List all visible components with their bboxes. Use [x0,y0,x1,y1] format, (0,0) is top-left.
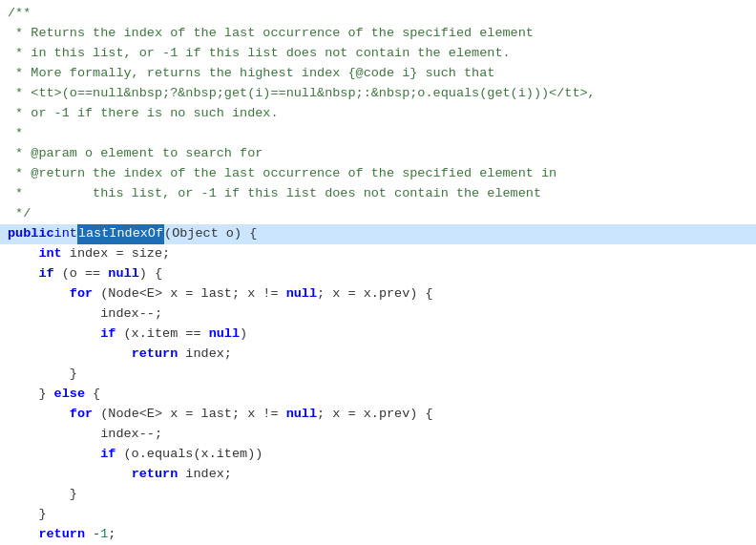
code-container: /** * Returns the index of the last occu… [0,0,756,545]
code-line: index--; [0,425,756,445]
code-line: */ [0,204,756,224]
code-line: } [0,485,756,505]
code-line: public int lastIndexOf(Object o) { [0,224,756,244]
code-line: return -1; [0,525,756,545]
code-line: } [0,365,756,385]
code-line: } else { [0,385,756,405]
code-line: * this list, or -1 if this list does not… [0,184,756,204]
code-line: if (x.item == null) [0,325,756,345]
code-line: for (Node<E> x = last; x != null; x = x.… [0,405,756,425]
code-line: index--; [0,304,756,325]
code-line: * in this list, or -1 if this list does … [0,44,756,64]
code-line: * or -1 if there is no such index. [0,104,756,124]
code-line: * More formally, returns the highest ind… [0,64,756,84]
code-line: * <tt>(o==null&nbsp;?&nbsp;get(i)==null&… [0,84,756,104]
code-line: * @param o element to search for [0,144,756,164]
code-line: for (Node<E> x = last; x != null; x = x.… [0,284,756,304]
code-line: if (o == null) { [0,264,756,284]
code-line: int index = size; [0,244,756,264]
code-line: /** [0,4,756,24]
code-line: * Returns the index of the last occurren… [0,24,756,44]
code-line: } [0,505,756,525]
code-line: return index; [0,465,756,485]
code-line: return index; [0,345,756,365]
code-line: * [0,124,756,144]
code-line: if (o.equals(x.item)) [0,445,756,465]
code-line: * @return the index of the last occurren… [0,164,756,184]
